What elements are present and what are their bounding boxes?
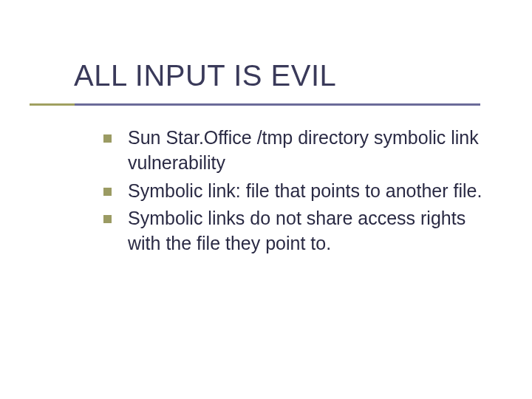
bullet-list: Sun Star.Office /tmp directory symbolic … [103, 126, 488, 259]
title-underline [30, 103, 480, 106]
bullet-text: Symbolic link: file that points to anoth… [128, 179, 482, 204]
slide-title: ALL INPUT IS EVIL [74, 59, 336, 92]
square-bullet-icon [103, 215, 112, 223]
list-item: Symbolic link: file that points to anoth… [103, 179, 488, 204]
square-bullet-icon [103, 188, 112, 196]
list-item: Sun Star.Office /tmp directory symbolic … [103, 126, 488, 176]
slide: ALL INPUT IS EVIL Sun Star.Office /tmp d… [0, 0, 532, 399]
list-item: Symbolic links do not share access right… [103, 206, 488, 256]
bullet-text: Symbolic links do not share access right… [128, 206, 488, 256]
square-bullet-icon [103, 134, 112, 143]
bullet-text: Sun Star.Office /tmp directory symbolic … [128, 126, 488, 176]
